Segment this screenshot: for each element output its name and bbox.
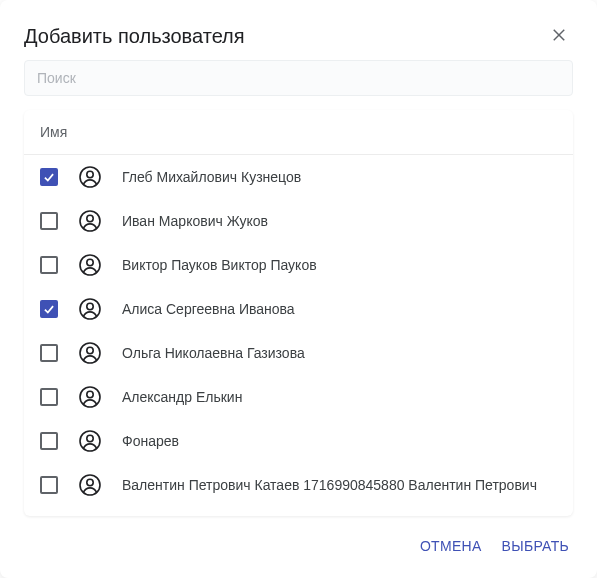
add-user-dialog: Добавить пользователя Имя Глеб Михайлови… [0, 0, 597, 578]
user-checkbox[interactable] [40, 388, 58, 406]
person-icon [78, 473, 102, 497]
person-icon [78, 297, 102, 321]
dialog-title: Добавить пользователя [24, 25, 245, 48]
user-checkbox[interactable] [40, 256, 58, 274]
svg-point-3 [87, 171, 93, 177]
user-name: Валентин Петрович Катаев 1716990845880 В… [122, 477, 537, 493]
search-input[interactable] [24, 60, 573, 96]
svg-point-13 [87, 391, 93, 397]
user-checkbox[interactable] [40, 168, 58, 186]
person-icon [78, 165, 102, 189]
user-row[interactable]: Ольга Николаевна Газизова [24, 331, 573, 375]
user-list-panel: Имя Глеб Михайлович КузнецовИван Маркови… [24, 110, 573, 516]
user-checkbox[interactable] [40, 212, 58, 230]
user-name: Ольга Николаевна Газизова [122, 345, 305, 361]
person-icon [78, 209, 102, 233]
user-list-scroll[interactable]: Глеб Михайлович КузнецовИван Маркович Жу… [24, 155, 573, 516]
svg-point-7 [87, 259, 93, 265]
close-button[interactable] [545, 22, 573, 50]
user-row[interactable]: Алиса Сергеевна Иванова [24, 287, 573, 331]
user-name: Глеб Михайлович Кузнецов [122, 169, 301, 185]
cancel-button[interactable]: ОТМЕНА [416, 532, 486, 560]
user-name: Фонарев [122, 433, 179, 449]
search-wrap [0, 60, 597, 110]
user-name: Виктор Пауков Виктор Пауков [122, 257, 317, 273]
user-row[interactable]: Фонарев [24, 419, 573, 463]
user-row[interactable]: Валентин Петрович Катаев 1716990845880 В… [24, 463, 573, 507]
user-row[interactable]: Глеб Михайлович Кузнецов [24, 155, 573, 199]
svg-point-5 [87, 215, 93, 221]
user-name: Иван Маркович Жуков [122, 213, 268, 229]
user-checkbox[interactable] [40, 432, 58, 450]
column-header-name: Имя [24, 110, 573, 155]
user-checkbox[interactable] [40, 476, 58, 494]
user-checkbox[interactable] [40, 300, 58, 318]
dialog-footer: ОТМЕНА ВЫБРАТЬ [0, 516, 597, 578]
person-icon [78, 253, 102, 277]
user-name: Алиса Сергеевна Иванова [122, 301, 295, 317]
user-row[interactable]: Виктор Пауков Виктор Пауков [24, 243, 573, 287]
dialog-header: Добавить пользователя [0, 0, 597, 60]
user-row[interactable]: Александр Елькин [24, 375, 573, 419]
user-checkbox[interactable] [40, 344, 58, 362]
person-icon [78, 429, 102, 453]
svg-point-15 [87, 435, 93, 441]
svg-point-17 [87, 479, 93, 485]
select-button[interactable]: ВЫБРАТЬ [498, 532, 573, 560]
close-icon [550, 26, 568, 47]
user-row[interactable]: Иван Маркович Жуков [24, 199, 573, 243]
person-icon [78, 341, 102, 365]
svg-point-9 [87, 303, 93, 309]
svg-point-11 [87, 347, 93, 353]
user-name: Александр Елькин [122, 389, 242, 405]
person-icon [78, 385, 102, 409]
